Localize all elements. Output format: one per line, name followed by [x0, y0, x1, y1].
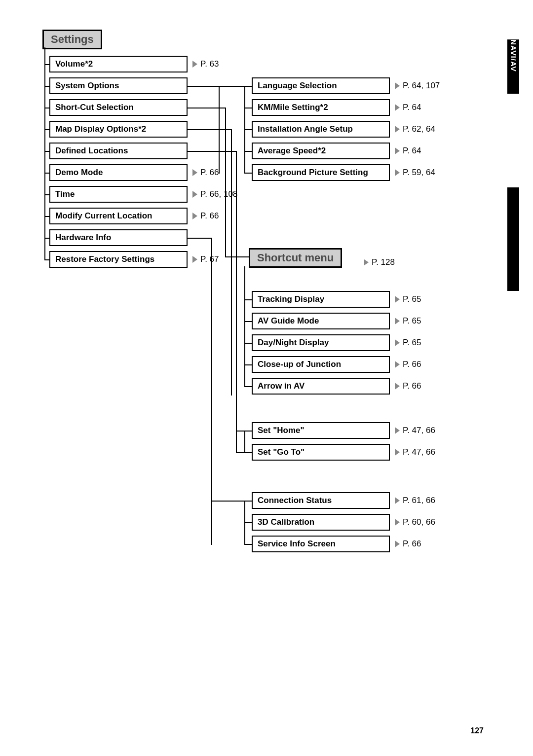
header-settings: Settings	[42, 30, 102, 49]
line	[44, 151, 49, 152]
item-system-options: System Options	[49, 77, 188, 94]
line	[244, 364, 252, 365]
line	[244, 343, 252, 344]
item-restore-factory: Restore Factory Settings	[49, 251, 188, 268]
line	[244, 129, 252, 130]
line	[44, 129, 49, 130]
line	[236, 452, 252, 453]
triangle-icon	[395, 169, 400, 176]
line	[236, 151, 237, 453]
pageref-cal3d: P. 60, 66	[395, 514, 435, 531]
page-number: 127	[470, 726, 484, 735]
header-shortcut-page-text: P. 128	[372, 257, 395, 267]
item-hardware-info: Hardware Info	[49, 229, 188, 246]
pageref-goto: P. 47, 66	[395, 444, 435, 461]
line	[244, 544, 252, 545]
triangle-icon	[395, 497, 400, 504]
line	[244, 299, 252, 300]
line	[188, 238, 212, 239]
triangle-icon	[395, 126, 400, 133]
line	[188, 86, 220, 87]
line	[44, 47, 45, 259]
triangle-icon	[395, 104, 400, 111]
pageref-km: P. 64	[395, 99, 421, 116]
pageref-home: P. 47, 66	[395, 422, 435, 439]
item-day-night: Day/Night Display	[252, 334, 390, 351]
line	[244, 321, 252, 322]
line	[44, 64, 49, 65]
pageref-avguide: P. 65	[395, 313, 421, 329]
line	[244, 266, 245, 387]
pageref-conn: P. 61, 66	[395, 492, 435, 509]
line	[244, 173, 252, 174]
pageref-restore: P. 67	[192, 251, 219, 268]
line	[236, 431, 252, 432]
line	[44, 108, 49, 108]
item-bg-picture: Background Picture Setting	[252, 164, 390, 181]
line	[44, 238, 49, 239]
triangle-icon	[192, 191, 197, 198]
item-language-selection: Language Selection	[252, 77, 390, 94]
triangle-icon	[395, 296, 400, 303]
item-set-home: Set "Home"	[252, 422, 390, 439]
triangle-icon	[395, 339, 400, 346]
line	[211, 501, 252, 502]
line	[219, 86, 252, 87]
item-defined-locations: Defined Locations	[49, 143, 188, 159]
item-avg-speed: Average Speed*2	[252, 143, 390, 159]
pageref-angle: P. 62, 64	[395, 121, 435, 138]
line	[244, 386, 252, 387]
item-av-guide: AV Guide Mode	[252, 313, 390, 329]
triangle-icon	[192, 61, 197, 68]
line	[44, 86, 49, 87]
manual-page: NAVI/AV Appendix 127 Settings Shortcut m…	[0, 0, 533, 756]
header-shortcut-page: P. 128	[364, 254, 395, 271]
item-demo-mode: Demo Mode	[49, 164, 188, 181]
triangle-icon	[395, 449, 400, 456]
line	[44, 259, 49, 260]
pageref-volume: P. 63	[192, 56, 219, 72]
line	[244, 431, 245, 453]
side-label-appendix: Appendix	[509, 246, 517, 277]
side-tab-naviav: NAVI/AV	[507, 39, 519, 94]
pageref-modloc: P. 66	[192, 208, 219, 224]
line	[244, 522, 252, 523]
pageref-track: P. 65	[395, 291, 421, 308]
pageref-svc: P. 66	[395, 536, 421, 552]
triangle-icon	[395, 318, 400, 324]
item-install-angle: Installation Angle Setup	[252, 121, 390, 138]
header-shortcut-label: Shortcut menu	[250, 250, 341, 266]
line	[231, 129, 232, 396]
pageref-demo: P. 66	[192, 164, 219, 181]
item-time: Time	[49, 186, 188, 203]
triangle-icon	[192, 213, 197, 219]
line	[188, 108, 226, 108]
pageref-arrowav: P. 66	[395, 378, 421, 395]
side-tab-naviav-label: NAVI/AV	[509, 39, 518, 72]
line	[225, 256, 249, 257]
line	[211, 238, 212, 545]
pageref-avgspd: P. 64	[395, 143, 421, 159]
line	[188, 129, 232, 130]
item-3d-calibration: 3D Calibration	[252, 514, 390, 531]
item-volume: Volume*2	[49, 56, 188, 72]
header-shortcut: Shortcut menu	[249, 248, 342, 268]
item-service-info: Service Info Screen	[252, 536, 390, 552]
item-shortcut-selection: Short-Cut Selection	[49, 99, 188, 116]
pageref-closeup: P. 66	[395, 356, 421, 373]
triangle-icon	[395, 383, 400, 390]
item-set-goto: Set "Go To"	[252, 444, 390, 461]
item-km-mile: KM/Mile Setting*2	[252, 99, 390, 116]
triangle-icon	[395, 519, 400, 526]
line	[44, 216, 49, 217]
triangle-icon	[395, 361, 400, 368]
item-modify-location: Modify Current Location	[49, 208, 188, 224]
item-arrow-av: Arrow in AV	[252, 378, 390, 395]
pageref-lang: P. 64, 107	[395, 77, 440, 94]
line	[44, 194, 49, 195]
pageref-bg: P. 59, 64	[395, 164, 435, 181]
triangle-icon	[395, 82, 400, 89]
line	[244, 108, 252, 108]
triangle-icon	[364, 259, 369, 265]
line	[244, 151, 252, 152]
